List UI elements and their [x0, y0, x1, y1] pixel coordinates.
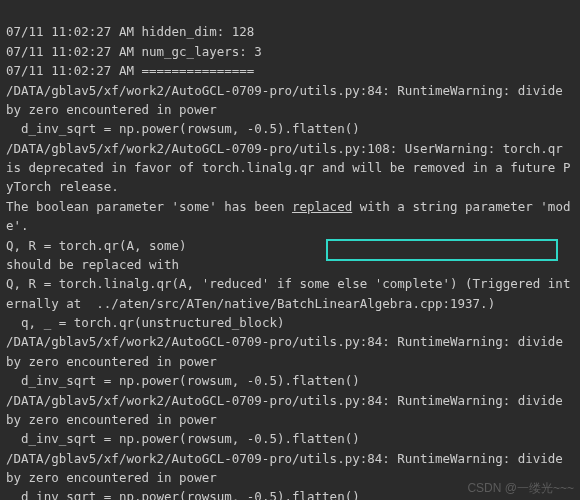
code-line: d_inv_sqrt = np.power(rowsum, -0.5).flat… — [6, 431, 360, 446]
highlighted-text: .py:84: RuntimeWarning: divide — [337, 334, 563, 349]
log-line: 07/11 11:02:27 AM num_gc_layers: 3 — [6, 44, 262, 59]
watermark: CSDN @一缕光~~~ — [467, 479, 574, 498]
code-line: q, _ = torch.qr(unstructured_block) — [6, 315, 284, 330]
code-line: Q, R = torch.qr(A, some) — [6, 238, 187, 253]
warning-line: The boolean parameter 'some' has been — [6, 199, 292, 214]
code-line: d_inv_sqrt = np.power(rowsum, -0.5).flat… — [6, 121, 360, 136]
warning-line: zero encountered in power — [29, 412, 217, 427]
code-line: d_inv_sqrt = np.power(rowsum, -0.5).flat… — [6, 373, 360, 388]
warning-line: zero encountered in power — [29, 102, 217, 117]
warning-line: zero encountered in power — [29, 470, 217, 485]
log-line: 07/11 11:02:27 AM =============== — [6, 63, 254, 78]
code-line: ally at ../aten/src/ATen/native/BatchLin… — [29, 296, 496, 311]
warning-line: should be replaced with — [6, 257, 179, 272]
warning-line: h release. — [44, 179, 119, 194]
terminal-output[interactable]: 07/11 11:02:27 AM hidden_dim: 128 07/11 … — [6, 3, 574, 500]
log-line: 07/11 11:02:27 AM hidden_dim: 128 — [6, 24, 254, 39]
code-line: d_inv_sqrt = np.power(rowsum, -0.5).flat… — [6, 489, 360, 500]
underlined-text: replaced — [292, 199, 352, 214]
warning-line: zero encountered in power — [29, 354, 217, 369]
warning-line: /DATA/gblav5/xf/work2/AutoGCL-0709-pro/u… — [6, 334, 337, 349]
